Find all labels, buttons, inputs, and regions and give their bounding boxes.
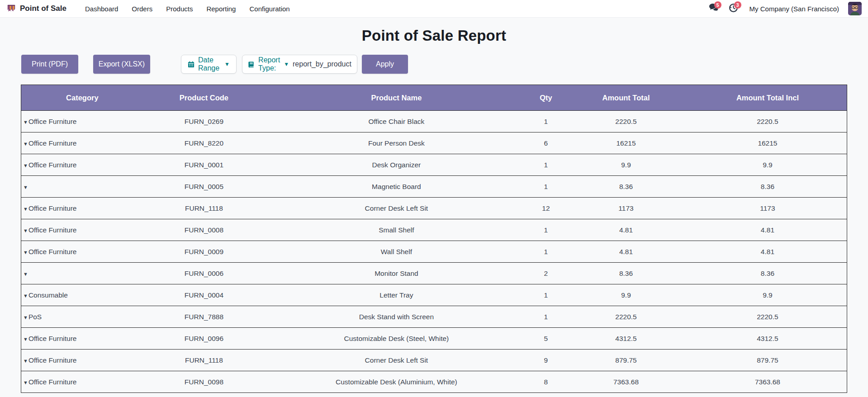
row-expand-caret-icon[interactable]: ▼: [23, 271, 28, 277]
messages-badge: 5: [714, 1, 721, 9]
toolbar: Print (PDF) Export (XLSX) Date Range ▼: [21, 55, 868, 74]
row-expand-caret-icon[interactable]: ▼: [23, 206, 28, 212]
export-xlsx-button[interactable]: Export (XLSX): [93, 55, 150, 74]
category-label: Office Furniture: [28, 204, 77, 212]
cell-product-code: FURN_0006: [143, 263, 265, 284]
messages-button[interactable]: 5: [706, 2, 721, 15]
table-row: ▼Office FurnitureFURN_0008Small Shelf14.…: [21, 219, 847, 241]
row-expand-caret-icon[interactable]: ▼: [23, 141, 28, 147]
cell-amount-total: 879.75: [564, 350, 688, 371]
column-header-amount-total-incl: Amount Total Incl: [688, 85, 847, 111]
category-label: Office Furniture: [28, 378, 77, 386]
cell-qty: 6: [528, 132, 564, 154]
nav-item-products[interactable]: Products: [159, 1, 199, 16]
row-expand-caret-icon[interactable]: ▼: [23, 315, 28, 320]
row-expand-caret-icon[interactable]: ▼: [23, 250, 28, 255]
cell-product-name: Customizable Desk (Steel, White): [265, 328, 528, 350]
nav-item-configuration[interactable]: Configuration: [242, 1, 296, 16]
cell-amount-total: 2220.5: [564, 111, 688, 132]
table-row: ▼Office FurnitureFURN_0009Wall Shelf14.8…: [21, 241, 847, 263]
app-title: Point of Sale: [20, 4, 66, 13]
table-row: ▼Office FurnitureFURN_1118Corner Desk Le…: [21, 350, 847, 371]
cell-amount-total-incl: 4.81: [688, 241, 847, 263]
column-header-qty: Qty: [528, 85, 564, 111]
cell-product-code: FURN_0004: [143, 284, 265, 306]
apply-button[interactable]: Apply: [362, 55, 408, 74]
row-expand-caret-icon[interactable]: ▼: [23, 380, 28, 385]
category-label: Office Furniture: [28, 356, 77, 364]
cell-qty: 1: [528, 219, 564, 241]
company-switcher[interactable]: My Company (San Francisco): [749, 5, 839, 13]
cell-amount-total-incl: 8.36: [688, 263, 847, 284]
cell-qty: 1: [528, 176, 564, 198]
nav-item-dashboard[interactable]: Dashboard: [78, 1, 125, 16]
cell-amount-total: 1173: [564, 198, 688, 219]
category-label: Office Furniture: [28, 139, 77, 147]
systray: 5 3 My Company (San Francisco): [706, 2, 862, 15]
category-label: Office Furniture: [28, 161, 77, 169]
cell-amount-total: 8.36: [564, 176, 688, 198]
page-title: Point of Sale Report: [0, 27, 868, 44]
top-navbar: Point of Sale Dashboard Orders Products …: [0, 0, 868, 18]
date-range-label: Date Range: [198, 56, 221, 72]
report-type-dropdown[interactable]: Report Type: ▼ report_by_product: [242, 55, 357, 74]
cell-amount-total-incl: 16215: [688, 132, 847, 154]
row-expand-caret-icon[interactable]: ▼: [23, 228, 28, 233]
cell-product-code: FURN_8220: [143, 132, 265, 154]
table-row: ▼FURN_0006Monitor Stand28.368.36: [21, 263, 847, 284]
print-pdf-button[interactable]: Print (PDF): [21, 55, 78, 74]
calendar-icon: [188, 61, 194, 68]
cell-amount-total-incl: 8.36: [688, 176, 847, 198]
cell-category: ▼Office Furniture: [21, 219, 143, 241]
cell-category: ▼Consumable: [21, 284, 143, 306]
cell-amount-total-incl: 2220.5: [688, 306, 847, 328]
cell-product-name: Small Shelf: [265, 219, 528, 241]
cell-amount-total: 2220.5: [564, 306, 688, 328]
cell-product-code: FURN_0001: [143, 154, 265, 176]
cell-qty: 1: [528, 111, 564, 132]
app-brand[interactable]: Point of Sale: [6, 4, 66, 14]
cell-amount-total-incl: 879.75: [688, 350, 847, 371]
cell-product-code: FURN_0269: [143, 111, 265, 132]
cell-qty: 1: [528, 154, 564, 176]
cell-product-name: Magnetic Board: [265, 176, 528, 198]
cell-category: ▼: [21, 263, 143, 284]
row-expand-caret-icon[interactable]: ▼: [23, 293, 28, 298]
table-header-row: Category Product Code Product Name Qty A…: [21, 85, 847, 111]
row-expand-caret-icon[interactable]: ▼: [23, 163, 28, 168]
cell-category: ▼Office Furniture: [21, 328, 143, 350]
cell-product-name: Corner Desk Left Sit: [265, 198, 528, 219]
cell-product-code: FURN_1118: [143, 350, 265, 371]
cell-product-code: FURN_7888: [143, 306, 265, 328]
cell-amount-total: 4.81: [564, 219, 688, 241]
row-expand-caret-icon[interactable]: ▼: [23, 336, 28, 342]
cell-amount-total-incl: 2220.5: [688, 111, 847, 132]
cell-category: ▼PoS: [21, 306, 143, 328]
user-avatar[interactable]: [848, 2, 862, 15]
cell-product-code: FURN_0096: [143, 328, 265, 350]
cell-qty: 2: [528, 263, 564, 284]
cell-product-name: Office Chair Black: [265, 111, 528, 132]
cell-amount-total-incl: 7363.68: [688, 371, 847, 393]
row-expand-caret-icon[interactable]: ▼: [23, 184, 28, 190]
category-label: Office Furniture: [28, 335, 77, 342]
cell-amount-total: 4.81: [564, 241, 688, 263]
cell-qty: 1: [528, 284, 564, 306]
table-row: ▼FURN_0005Magnetic Board18.368.36: [21, 176, 847, 198]
pos-awning-logo-icon: [6, 4, 16, 14]
cell-amount-total: 9.9: [564, 284, 688, 306]
main-menu: Dashboard Orders Products Reporting Conf…: [78, 1, 297, 16]
row-expand-caret-icon[interactable]: ▼: [23, 119, 28, 125]
date-range-dropdown[interactable]: Date Range ▼: [181, 55, 237, 74]
column-header-category: Category: [21, 85, 143, 111]
cell-product-code: FURN_1118: [143, 198, 265, 219]
nav-item-orders[interactable]: Orders: [125, 1, 159, 16]
cell-qty: 1: [528, 306, 564, 328]
column-header-product-name: Product Name: [265, 85, 528, 111]
row-expand-caret-icon[interactable]: ▼: [23, 358, 28, 364]
activities-button[interactable]: 3: [726, 2, 741, 15]
cell-product-name: Monitor Stand: [265, 263, 528, 284]
nav-item-reporting[interactable]: Reporting: [199, 1, 242, 16]
cell-product-name: Corner Desk Left Sit: [265, 350, 528, 371]
table-row: ▼Office FurnitureFURN_0096Customizable D…: [21, 328, 847, 350]
